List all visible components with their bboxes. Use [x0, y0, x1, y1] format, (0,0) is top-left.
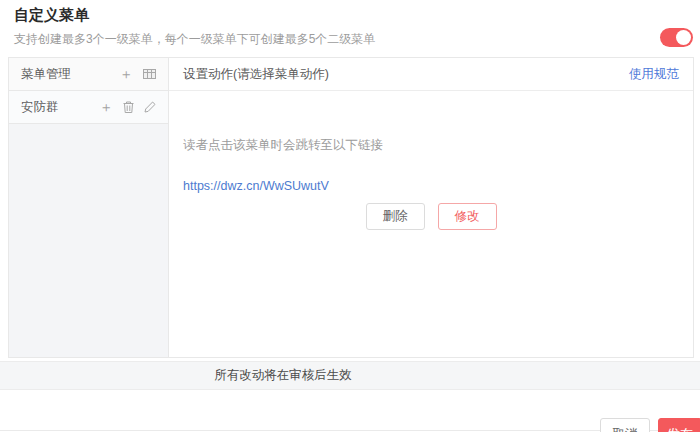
delete-button[interactable]: 删除 [366, 203, 425, 230]
menu-link-url[interactable]: https://dwz.cn/WwSUwutV [183, 179, 329, 193]
action-panel: 设置动作(请选择菜单动作) 使用规范 读者点击该菜单时会跳转至以下链接 http… [169, 58, 693, 357]
add-menu-button[interactable]: ＋ [119, 67, 133, 81]
page-title: 自定义菜单 [14, 6, 89, 25]
menu-list-header: 菜单管理 ＋ [9, 58, 168, 91]
modify-button[interactable]: 修改 [438, 203, 497, 230]
usage-guide-link[interactable]: 使用规范 [629, 66, 679, 83]
review-notice-text: 所有改动将在审核后生效 [0, 362, 566, 389]
menu-item-label: 安防群 [21, 99, 89, 116]
edit-menu-icon[interactable] [144, 101, 156, 113]
action-buttons: 删除 修改 [169, 203, 693, 230]
menu-editor-panel: 菜单管理 ＋ 安防群 ＋ [8, 57, 694, 358]
page-subtitle: 支持创建最多3个一级菜单，每个一级菜单下可创建最多5个二级菜单 [14, 31, 375, 48]
action-panel-header: 设置动作(请选择菜单动作) 使用规范 [169, 58, 693, 91]
action-panel-title: 设置动作(请选择菜单动作) [183, 66, 329, 83]
publish-button[interactable]: 发布 [658, 418, 700, 432]
action-panel-body: 读者点击该菜单时会跳转至以下链接 https://dwz.cn/WwSUwutV… [169, 91, 693, 357]
bottom-divider [0, 430, 700, 431]
menu-list-header-label: 菜单管理 [21, 66, 109, 83]
menu-list-sidebar: 菜单管理 ＋ 安防群 ＋ [9, 58, 169, 357]
cancel-button[interactable]: 取消 [600, 418, 650, 432]
action-description: 读者点击该菜单时会跳转至以下链接 [183, 137, 383, 154]
add-submenu-button[interactable]: ＋ [99, 100, 113, 114]
sort-menu-icon[interactable] [143, 69, 156, 79]
menu-item-row[interactable]: 安防群 ＋ [9, 91, 168, 124]
menu-enabled-toggle[interactable] [660, 28, 693, 47]
delete-menu-icon[interactable] [123, 101, 134, 113]
toggle-knob [676, 30, 691, 45]
review-notice-bar: 所有改动将在审核后生效 [0, 361, 700, 390]
